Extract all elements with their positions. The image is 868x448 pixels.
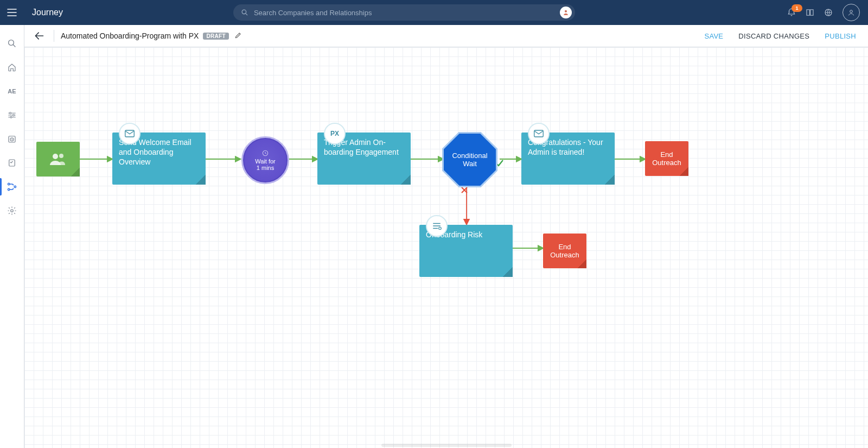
back-button[interactable] xyxy=(31,28,47,44)
rail-home-icon[interactable] xyxy=(0,55,24,79)
node-onboarding-risk[interactable]: Onboarding Risk xyxy=(419,225,513,277)
svg-point-1 xyxy=(565,10,567,12)
journey-name: Automated Onboarding-Program with PX xyxy=(61,31,199,40)
edit-name-button[interactable] xyxy=(234,31,242,41)
clock-icon xyxy=(261,149,269,157)
app-title: Journey xyxy=(24,8,71,17)
global-search[interactable] xyxy=(233,4,575,21)
rail-checklist-icon[interactable] xyxy=(0,151,24,175)
svg-point-7 xyxy=(10,116,12,118)
svg-point-3 xyxy=(850,10,853,13)
node-conditional-wait[interactable]: Conditional Wait xyxy=(442,132,497,187)
status-tag: DRAFT xyxy=(203,33,228,40)
node-label: End Outreach xyxy=(648,150,685,167)
svg-point-24 xyxy=(59,154,63,158)
journey-canvas[interactable]: Send Welcome Email and Onboarding Overvi… xyxy=(24,47,868,448)
svg-point-13 xyxy=(14,186,16,187)
search-input[interactable] xyxy=(253,8,557,17)
node-end-outreach-2[interactable]: End Outreach xyxy=(543,234,586,268)
node-label: End Outreach xyxy=(546,243,583,259)
rail-search-icon[interactable] xyxy=(0,31,24,55)
node-welcome-email[interactable]: Send Welcome Email and Onboarding Overvi… xyxy=(112,132,206,185)
node-wait-timer[interactable]: Wait for 1 mins xyxy=(241,136,289,184)
profile-button[interactable] xyxy=(842,0,860,25)
rail-settings-icon[interactable] xyxy=(0,199,24,223)
wait-label-2: 1 mins xyxy=(257,165,274,171)
node-congrats[interactable]: Congratulations - Your Admin is trained! xyxy=(521,132,615,185)
publish-button[interactable]: PUBLISH xyxy=(825,32,856,40)
list-icon xyxy=(426,215,448,237)
svg-point-14 xyxy=(11,210,14,212)
node-trigger-px[interactable]: PX Trigger Admin On-boarding Engagement xyxy=(317,132,411,185)
journey-header: Automated Onboarding-Program with PX DRA… xyxy=(24,25,868,47)
rail-ae-item[interactable]: AE xyxy=(0,79,24,103)
svg-point-5 xyxy=(10,112,11,114)
wait-label-1: Wait for xyxy=(255,158,276,165)
left-rail: AE xyxy=(0,25,24,448)
rail-journey-icon[interactable] xyxy=(0,175,24,199)
rail-sliders-icon[interactable] xyxy=(0,103,24,127)
svg-point-23 xyxy=(53,154,58,159)
menu-toggle-button[interactable] xyxy=(0,0,24,25)
node-start[interactable] xyxy=(36,142,80,176)
top-navbar: Journey 1 xyxy=(0,0,868,25)
save-button[interactable]: SAVE xyxy=(704,32,723,40)
mail-icon xyxy=(119,123,141,144)
node-end-outreach-1[interactable]: End Outreach xyxy=(645,141,688,176)
search-avatar-icon xyxy=(560,7,572,18)
globe-icon[interactable] xyxy=(819,0,838,25)
svg-rect-10 xyxy=(9,160,15,166)
px-badge-icon: PX xyxy=(324,123,346,144)
horizontal-scrollbar-icon[interactable] xyxy=(381,444,512,447)
help-book-icon[interactable] xyxy=(801,0,819,25)
mail-icon xyxy=(528,123,550,144)
svg-point-12 xyxy=(8,188,10,190)
discard-button[interactable]: DISCARD CHANGES xyxy=(738,32,809,40)
node-label: Conditional Wait xyxy=(449,152,490,168)
notifications-button[interactable]: 1 xyxy=(782,0,801,25)
rail-scheduled-icon[interactable] xyxy=(0,127,24,151)
svg-point-11 xyxy=(8,183,10,185)
svg-point-6 xyxy=(13,115,15,116)
svg-point-28 xyxy=(439,227,442,230)
